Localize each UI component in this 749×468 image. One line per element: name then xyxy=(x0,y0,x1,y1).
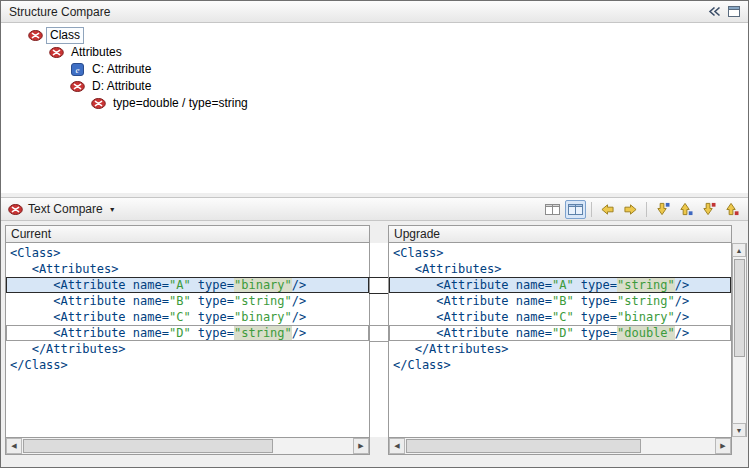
code-text: <Attribute name= xyxy=(393,294,552,308)
collapse-icon[interactable] xyxy=(708,6,721,17)
tree-item[interactable]: type=double / type=string xyxy=(1,95,748,112)
code-text: /> xyxy=(292,310,306,324)
code-text: <Attribute name= xyxy=(10,278,169,292)
code-text: <Attribute name= xyxy=(393,326,552,340)
copy-right-icon[interactable] xyxy=(620,200,641,219)
code-text: /> xyxy=(675,310,689,324)
code-line[interactable]: <Class> xyxy=(389,245,731,261)
code-text: /> xyxy=(292,278,306,292)
attribute-value: "D" xyxy=(169,326,191,340)
attribute-value: "double" xyxy=(617,326,675,340)
scroll-up-icon[interactable]: ▲ xyxy=(732,243,746,257)
left-code-body[interactable]: <Class> <Attributes> <Attribute name="A"… xyxy=(6,243,369,437)
scroll-right-icon[interactable]: ▶ xyxy=(715,438,731,454)
code-line[interactable]: </Class> xyxy=(389,357,731,373)
attribute-value: "B" xyxy=(552,294,574,308)
attribute-value: "C" xyxy=(169,310,191,324)
left-horizontal-scrollbar[interactable]: ◀ ▶ xyxy=(6,437,369,454)
scroll-right-icon[interactable]: ▶ xyxy=(353,438,369,454)
code-line[interactable]: <Attribute name="A" type="string"/> xyxy=(389,277,731,293)
code-line[interactable]: <Class> xyxy=(6,245,369,261)
chevron-down-icon[interactable]: ▼ xyxy=(109,206,116,213)
tree-item[interactable]: Attributes xyxy=(1,44,748,61)
attribute-value: "binary" xyxy=(617,310,675,324)
text-compare-title[interactable]: Text Compare xyxy=(28,202,103,216)
attribute-value: "string" xyxy=(234,294,292,308)
code-text: <Attribute name= xyxy=(10,294,169,308)
code-text: type= xyxy=(574,278,617,292)
diff-gutter xyxy=(370,243,388,437)
left-hscroll-thumb[interactable] xyxy=(23,439,273,453)
diff-connector xyxy=(369,325,389,326)
code-line[interactable]: </Class> xyxy=(6,357,369,373)
left-pane-header: Current xyxy=(6,226,369,243)
code-line[interactable]: <Attribute name="B" type="string"/> xyxy=(389,293,731,309)
change-icon xyxy=(48,47,64,58)
previous-difference-icon[interactable] xyxy=(675,200,696,219)
code-text: type= xyxy=(191,326,234,340)
code-line[interactable]: </Attributes> xyxy=(389,341,731,357)
diff-connector xyxy=(369,341,389,342)
maximize-icon[interactable] xyxy=(728,6,740,17)
code-line[interactable]: <Attribute name="C" type="binary"/> xyxy=(6,309,369,325)
right-pane-title: Upgrade xyxy=(394,227,440,241)
scroll-left-icon[interactable]: ◀ xyxy=(389,438,405,454)
code-text: /> xyxy=(675,294,689,308)
two-pane-icon[interactable] xyxy=(542,200,563,219)
code-line[interactable]: <Attribute name="A" type="binary"/> xyxy=(6,277,369,293)
attribute-value: "binary" xyxy=(234,278,292,292)
tree-item[interactable]: Class xyxy=(1,27,748,44)
code-line[interactable]: <Attribute name="D" type="string"/> xyxy=(6,325,369,341)
right-pane: Upgrade <Class> <Attributes> <Attribute … xyxy=(388,225,732,455)
code-text: <Attribute name= xyxy=(10,326,169,340)
right-code-body[interactable]: <Class> <Attributes> <Attribute name="A"… xyxy=(389,243,731,437)
right-hscroll-thumb[interactable] xyxy=(406,439,641,453)
vertical-scrollbar[interactable]: ▲ ▼ xyxy=(732,243,747,437)
text-compare-header: Text Compare ▼ xyxy=(1,197,748,221)
compare-toolbar xyxy=(542,200,742,219)
tree-item-label: type=double / type=string xyxy=(110,96,251,111)
code-text: </Class> xyxy=(393,358,451,372)
code-text: <Attributes> xyxy=(393,262,501,276)
code-text: type= xyxy=(574,310,617,324)
change-icon xyxy=(69,81,85,92)
code-text: type= xyxy=(191,294,234,308)
next-change-icon[interactable] xyxy=(698,200,719,219)
tree-item[interactable]: D: Attribute xyxy=(1,78,748,95)
code-text: type= xyxy=(191,278,234,292)
copy-left-icon[interactable] xyxy=(597,200,618,219)
tree-item-label: Class xyxy=(47,28,83,43)
attribute-value: "D" xyxy=(552,326,574,340)
code-line[interactable]: <Attribute name="B" type="string"/> xyxy=(6,293,369,309)
code-text: <Attribute name= xyxy=(10,310,169,324)
next-difference-icon[interactable] xyxy=(652,200,673,219)
change-icon xyxy=(27,30,43,41)
scroll-down-icon[interactable]: ▼ xyxy=(732,423,746,437)
code-text: /> xyxy=(292,294,306,308)
code-text: type= xyxy=(191,310,234,324)
code-text: </Attributes> xyxy=(393,342,509,356)
svg-text:e: e xyxy=(75,65,79,75)
code-line[interactable]: <Attributes> xyxy=(389,261,731,277)
code-line[interactable]: <Attributes> xyxy=(6,261,369,277)
sync-scrolling-icon[interactable] xyxy=(565,200,586,219)
code-text: /> xyxy=(675,326,689,340)
diff-connector xyxy=(369,293,389,294)
right-horizontal-scrollbar[interactable]: ◀ ▶ xyxy=(389,437,731,454)
code-line[interactable]: <Attribute name="C" type="binary"/> xyxy=(389,309,731,325)
tree-item[interactable]: eC: Attribute xyxy=(1,61,748,78)
structure-tree: ClassAttributeseC: AttributeD: Attribute… xyxy=(1,23,748,193)
scroll-left-icon[interactable]: ◀ xyxy=(6,438,22,454)
attribute-value: "string" xyxy=(617,278,675,292)
code-line[interactable]: <Attribute name="D" type="double"/> xyxy=(389,325,731,341)
attribute-value: "B" xyxy=(169,294,191,308)
code-line[interactable]: </Attributes> xyxy=(6,341,369,357)
vscroll-thumb[interactable] xyxy=(734,259,745,357)
left-pane: Current <Class> <Attributes> <Attribute … xyxy=(5,225,370,455)
previous-change-icon[interactable] xyxy=(721,200,742,219)
code-text: /> xyxy=(292,326,306,340)
code-text: type= xyxy=(574,326,617,340)
tree-item-label: D: Attribute xyxy=(89,79,154,94)
code-text: type= xyxy=(574,294,617,308)
code-text: </Attributes> xyxy=(10,342,126,356)
